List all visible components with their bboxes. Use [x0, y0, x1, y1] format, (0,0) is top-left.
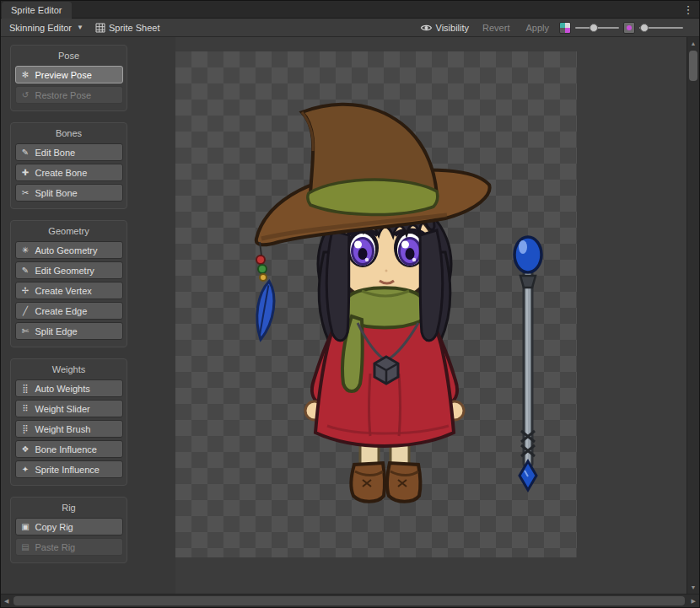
- sprite-sheet-icon: [95, 23, 105, 33]
- restore-pose-icon: ↺: [20, 90, 31, 100]
- horizontal-scrollbar[interactable]: [1, 594, 699, 607]
- chevron-down-icon: ▼: [77, 24, 83, 31]
- create-bone-icon: ✚: [20, 168, 31, 177]
- auto-weights-button[interactable]: ⣿Auto Weights: [15, 379, 123, 397]
- tab-sprite-editor[interactable]: Sprite Editor: [2, 2, 72, 19]
- tool-group: Weights⣿Auto Weights⠿Weight Slider⡿Weigh…: [10, 358, 127, 486]
- button-label: Restore Pose: [35, 90, 92, 100]
- create-edge-button[interactable]: ╱Create Edge: [15, 302, 123, 320]
- edit-bone-button[interactable]: ✎Edit Bone: [15, 143, 123, 161]
- edit-bone-icon: ✎: [20, 148, 31, 157]
- button-label: Weight Brush: [35, 424, 91, 434]
- button-label: Create Bone: [35, 168, 88, 178]
- toolbar-right: Visibility Revert Apply: [417, 19, 697, 37]
- create-bone-button[interactable]: ✚Create Bone: [15, 164, 123, 181]
- edit-geometry-button[interactable]: ✎Edit Geometry: [15, 261, 123, 279]
- button-label: Auto Weights: [35, 384, 90, 394]
- skinning-editor-dropdown[interactable]: Skinning Editor ▼: [3, 19, 89, 37]
- bone-influence-icon: ❖: [20, 444, 31, 454]
- button-label: Create Vertex: [35, 286, 92, 296]
- tab-bar: Sprite Editor ⋮: [1, 1, 699, 19]
- paste-rig-button[interactable]: ▤Paste Rig: [15, 538, 123, 556]
- slider-knob[interactable]: [640, 24, 649, 32]
- sprite-influence-button[interactable]: ✦Sprite Influence: [15, 460, 123, 478]
- split-bone-button[interactable]: ✂Split Bone: [15, 184, 123, 202]
- weight-brush-button[interactable]: ⡿Weight Brush: [15, 420, 123, 438]
- bone-opacity-slider[interactable]: [575, 22, 619, 34]
- button-label: Auto Geometry: [35, 245, 98, 256]
- edit-geometry-icon: ✎: [20, 266, 31, 275]
- split-edge-icon: ✄: [20, 326, 31, 336]
- split-edge-button[interactable]: ✄Split Edge: [15, 322, 123, 340]
- button-label: Edit Bone: [35, 148, 76, 158]
- scroll-right-icon[interactable]: [692, 598, 696, 604]
- sprite-influence-icon: ✦: [20, 465, 31, 474]
- sprite-editor-window: Sprite Editor ⋮ Skinning Editor ▼ Sprite…: [0, 0, 700, 608]
- tool-group: Rig▣Copy Rig▤Paste Rig: [10, 497, 127, 563]
- tab-label: Sprite Editor: [11, 5, 62, 15]
- overflow-menu-icon[interactable]: ⋮: [681, 3, 695, 17]
- vertical-scrollbar[interactable]: [687, 37, 699, 594]
- weight-slider-icon: ⠿: [20, 404, 31, 413]
- scroll-down-icon[interactable]: [687, 584, 699, 590]
- split-bone-icon: ✂: [20, 188, 31, 197]
- button-label: Preview Pose: [35, 70, 92, 80]
- horizontal-scroll-thumb[interactable]: [13, 596, 685, 605]
- visibility-label: Visibility: [436, 23, 470, 33]
- revert-button[interactable]: Revert: [477, 19, 515, 37]
- button-label: Copy Rig: [35, 522, 73, 532]
- create-edge-icon: ╱: [20, 306, 31, 315]
- character-body[interactable]: [252, 105, 489, 502]
- mode-label: Skinning Editor: [9, 23, 72, 33]
- button-label: Paste Rig: [35, 542, 76, 552]
- character-sprite[interactable]: [175, 51, 577, 557]
- sprite-color-swatch-icon: [559, 22, 571, 34]
- button-label: Sprite Influence: [35, 465, 100, 475]
- left-eye: [347, 229, 379, 267]
- visibility-eye-icon: [420, 23, 433, 33]
- vertical-scroll-thumb[interactable]: [689, 51, 697, 81]
- sprite-opacity-slider[interactable]: [639, 22, 683, 34]
- button-label: Edit Geometry: [35, 266, 94, 276]
- copy-rig-button[interactable]: ▣Copy Rig: [15, 518, 123, 535]
- panel-title: Weights: [11, 363, 127, 377]
- toolbar: Skinning Editor ▼ Sprite Sheet Visibilit…: [1, 19, 699, 37]
- visibility-button[interactable]: Visibility: [417, 19, 473, 37]
- paste-rig-icon: ▤: [20, 542, 31, 552]
- tool-panels: Pose✻Preview Pose↺Restore PoseBones✎Edit…: [1, 37, 175, 594]
- preview-pose-icon: ✻: [20, 70, 31, 79]
- scroll-left-icon[interactable]: [4, 598, 8, 604]
- copy-rig-icon: ▣: [20, 522, 31, 531]
- preview-pose-button[interactable]: ✻Preview Pose: [15, 66, 123, 83]
- sprite-sheet-button[interactable]: Sprite Sheet: [89, 19, 166, 37]
- witch-hat: [256, 105, 490, 245]
- tool-group: Bones✎Edit Bone✚Create Bone✂Split Bone: [10, 122, 127, 209]
- tool-group: Pose✻Preview Pose↺Restore Pose: [10, 45, 127, 111]
- panel-title: Rig: [11, 501, 127, 515]
- weight-slider-button[interactable]: ⠿Weight Slider: [15, 400, 123, 417]
- auto-geometry-icon: ✳: [20, 245, 31, 255]
- auto-geometry-button[interactable]: ✳Auto Geometry: [15, 241, 123, 259]
- auto-weights-icon: ⣿: [20, 384, 31, 393]
- restore-pose-button[interactable]: ↺Restore Pose: [15, 86, 123, 104]
- create-vertex-button[interactable]: ✢Create Vertex: [15, 282, 123, 299]
- create-vertex-icon: ✢: [20, 286, 31, 295]
- button-label: Split Bone: [35, 188, 78, 198]
- staff-sprite[interactable]: [514, 237, 541, 490]
- scroll-up-icon[interactable]: [687, 40, 699, 46]
- panel-title: Pose: [11, 49, 127, 63]
- hat-charm: [252, 242, 278, 341]
- apply-button[interactable]: Apply: [520, 19, 555, 37]
- tool-group: Geometry✳Auto Geometry✎Edit Geometry✢Cre…: [10, 220, 127, 347]
- slider-knob[interactable]: [590, 24, 598, 32]
- apply-label: Apply: [525, 23, 549, 33]
- button-label: Weight Slider: [35, 404, 90, 414]
- weight-brush-icon: ⡿: [20, 424, 31, 433]
- mesh-color-swatch-icon: [623, 22, 635, 34]
- button-label: Split Edge: [35, 326, 78, 336]
- panel-title: Bones: [11, 126, 127, 141]
- sprite-canvas[interactable]: [175, 37, 687, 594]
- panel-title: Geometry: [11, 224, 127, 239]
- revert-label: Revert: [482, 23, 509, 33]
- bone-influence-button[interactable]: ❖Bone Influence: [15, 440, 123, 458]
